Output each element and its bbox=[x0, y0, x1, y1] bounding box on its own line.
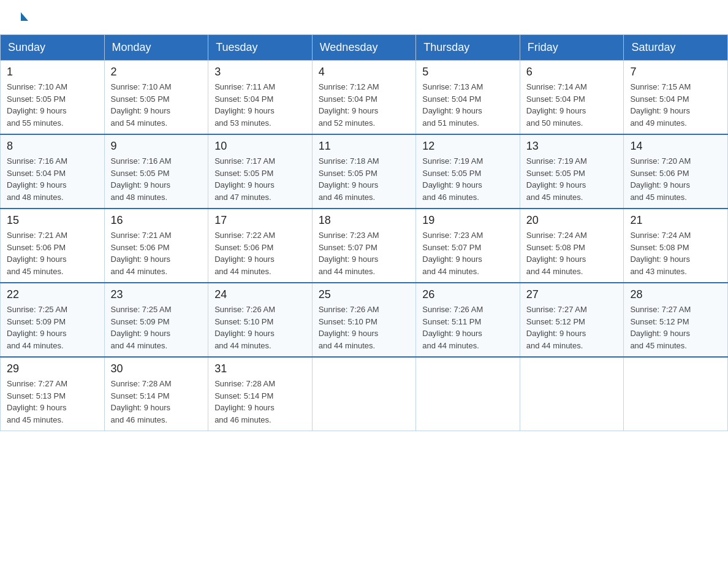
day-info: Sunrise: 7:18 AM Sunset: 5:05 PM Dayligh… bbox=[319, 155, 410, 203]
calendar-cell: 1 Sunrise: 7:10 AM Sunset: 5:05 PM Dayli… bbox=[1, 61, 105, 135]
day-number: 14 bbox=[630, 140, 721, 153]
day-number: 24 bbox=[214, 288, 306, 301]
calendar-cell: 24 Sunrise: 7:26 AM Sunset: 5:10 PM Dayl… bbox=[208, 283, 313, 357]
day-info: Sunrise: 7:22 AM Sunset: 5:06 PM Dayligh… bbox=[214, 229, 306, 277]
calendar-cell: 17 Sunrise: 7:22 AM Sunset: 5:06 PM Dayl… bbox=[208, 209, 313, 283]
day-number: 5 bbox=[422, 66, 514, 79]
day-number: 28 bbox=[630, 288, 721, 301]
day-number: 6 bbox=[526, 66, 618, 79]
day-number: 10 bbox=[214, 140, 306, 153]
column-header-thursday: Thursday bbox=[416, 35, 520, 61]
day-number: 30 bbox=[111, 362, 202, 375]
column-header-wednesday: Wednesday bbox=[312, 35, 416, 61]
logo-triangle-icon bbox=[21, 12, 28, 21]
day-info: Sunrise: 7:24 AM Sunset: 5:08 PM Dayligh… bbox=[526, 229, 618, 277]
day-number: 22 bbox=[7, 288, 98, 301]
calendar-cell: 22 Sunrise: 7:25 AM Sunset: 5:09 PM Dayl… bbox=[1, 283, 105, 357]
day-number: 19 bbox=[422, 214, 514, 227]
calendar-cell: 12 Sunrise: 7:19 AM Sunset: 5:05 PM Dayl… bbox=[416, 134, 520, 209]
calendar-cell: 8 Sunrise: 7:16 AM Sunset: 5:04 PM Dayli… bbox=[1, 134, 105, 209]
day-number: 9 bbox=[111, 140, 202, 153]
column-header-saturday: Saturday bbox=[624, 35, 728, 61]
day-number: 11 bbox=[319, 140, 410, 153]
day-info: Sunrise: 7:23 AM Sunset: 5:07 PM Dayligh… bbox=[422, 229, 514, 277]
calendar-cell: 2 Sunrise: 7:10 AM Sunset: 5:05 PM Dayli… bbox=[104, 61, 208, 135]
logo bbox=[18, 12, 28, 22]
day-number: 15 bbox=[7, 214, 98, 227]
calendar-cell: 10 Sunrise: 7:17 AM Sunset: 5:05 PM Dayl… bbox=[208, 134, 313, 209]
day-info: Sunrise: 7:28 AM Sunset: 5:14 PM Dayligh… bbox=[111, 378, 202, 426]
day-number: 13 bbox=[526, 140, 618, 153]
day-info: Sunrise: 7:21 AM Sunset: 5:06 PM Dayligh… bbox=[111, 229, 202, 277]
day-info: Sunrise: 7:16 AM Sunset: 5:04 PM Dayligh… bbox=[7, 155, 98, 203]
calendar-cell bbox=[624, 357, 728, 431]
page-header bbox=[0, 0, 728, 28]
day-info: Sunrise: 7:25 AM Sunset: 5:09 PM Dayligh… bbox=[7, 304, 98, 351]
calendar-cell: 9 Sunrise: 7:16 AM Sunset: 5:05 PM Dayli… bbox=[104, 134, 208, 209]
day-info: Sunrise: 7:25 AM Sunset: 5:09 PM Dayligh… bbox=[111, 304, 202, 351]
day-info: Sunrise: 7:15 AM Sunset: 5:04 PM Dayligh… bbox=[630, 81, 721, 129]
day-info: Sunrise: 7:10 AM Sunset: 5:05 PM Dayligh… bbox=[111, 81, 202, 129]
day-info: Sunrise: 7:16 AM Sunset: 5:05 PM Dayligh… bbox=[111, 155, 202, 203]
day-info: Sunrise: 7:23 AM Sunset: 5:07 PM Dayligh… bbox=[319, 229, 410, 277]
day-info: Sunrise: 7:19 AM Sunset: 5:05 PM Dayligh… bbox=[422, 155, 514, 203]
day-number: 29 bbox=[7, 362, 98, 375]
calendar-cell bbox=[416, 357, 520, 431]
calendar-cell: 25 Sunrise: 7:26 AM Sunset: 5:10 PM Dayl… bbox=[312, 283, 416, 357]
day-info: Sunrise: 7:24 AM Sunset: 5:08 PM Dayligh… bbox=[630, 229, 721, 277]
calendar-cell: 29 Sunrise: 7:27 AM Sunset: 5:13 PM Dayl… bbox=[1, 357, 105, 431]
day-number: 16 bbox=[111, 214, 202, 227]
calendar-cell: 31 Sunrise: 7:28 AM Sunset: 5:14 PM Dayl… bbox=[208, 357, 313, 431]
day-info: Sunrise: 7:10 AM Sunset: 5:05 PM Dayligh… bbox=[7, 81, 98, 129]
calendar-cell: 6 Sunrise: 7:14 AM Sunset: 5:04 PM Dayli… bbox=[520, 61, 624, 135]
column-header-tuesday: Tuesday bbox=[208, 35, 313, 61]
calendar-cell: 23 Sunrise: 7:25 AM Sunset: 5:09 PM Dayl… bbox=[104, 283, 208, 357]
calendar-week-2: 8 Sunrise: 7:16 AM Sunset: 5:04 PM Dayli… bbox=[1, 134, 728, 209]
calendar-week-3: 15 Sunrise: 7:21 AM Sunset: 5:06 PM Dayl… bbox=[1, 209, 728, 283]
calendar-week-1: 1 Sunrise: 7:10 AM Sunset: 5:05 PM Dayli… bbox=[1, 61, 728, 135]
day-info: Sunrise: 7:21 AM Sunset: 5:06 PM Dayligh… bbox=[7, 229, 98, 277]
calendar-cell: 21 Sunrise: 7:24 AM Sunset: 5:08 PM Dayl… bbox=[624, 209, 728, 283]
day-number: 21 bbox=[630, 214, 721, 227]
day-number: 12 bbox=[422, 140, 514, 153]
day-number: 4 bbox=[319, 66, 410, 79]
calendar-cell: 20 Sunrise: 7:24 AM Sunset: 5:08 PM Dayl… bbox=[520, 209, 624, 283]
calendar-week-4: 22 Sunrise: 7:25 AM Sunset: 5:09 PM Dayl… bbox=[1, 283, 728, 357]
day-number: 1 bbox=[7, 66, 98, 79]
day-number: 23 bbox=[111, 288, 202, 301]
day-number: 7 bbox=[630, 66, 721, 79]
calendar-cell: 26 Sunrise: 7:26 AM Sunset: 5:11 PM Dayl… bbox=[416, 283, 520, 357]
calendar-cell: 30 Sunrise: 7:28 AM Sunset: 5:14 PM Dayl… bbox=[104, 357, 208, 431]
calendar-cell: 3 Sunrise: 7:11 AM Sunset: 5:04 PM Dayli… bbox=[208, 61, 313, 135]
calendar-cell: 16 Sunrise: 7:21 AM Sunset: 5:06 PM Dayl… bbox=[104, 209, 208, 283]
calendar-cell: 13 Sunrise: 7:19 AM Sunset: 5:05 PM Dayl… bbox=[520, 134, 624, 209]
calendar-cell bbox=[312, 357, 416, 431]
calendar-cell: 27 Sunrise: 7:27 AM Sunset: 5:12 PM Dayl… bbox=[520, 283, 624, 357]
day-number: 26 bbox=[422, 288, 514, 301]
day-info: Sunrise: 7:11 AM Sunset: 5:04 PM Dayligh… bbox=[214, 81, 306, 129]
day-info: Sunrise: 7:26 AM Sunset: 5:10 PM Dayligh… bbox=[214, 304, 306, 351]
day-number: 25 bbox=[319, 288, 410, 301]
calendar-header-row: SundayMondayTuesdayWednesdayThursdayFrid… bbox=[1, 35, 728, 61]
day-number: 18 bbox=[319, 214, 410, 227]
calendar-cell: 19 Sunrise: 7:23 AM Sunset: 5:07 PM Dayl… bbox=[416, 209, 520, 283]
day-info: Sunrise: 7:14 AM Sunset: 5:04 PM Dayligh… bbox=[526, 81, 618, 129]
column-header-monday: Monday bbox=[104, 35, 208, 61]
day-number: 20 bbox=[526, 214, 618, 227]
calendar-cell: 15 Sunrise: 7:21 AM Sunset: 5:06 PM Dayl… bbox=[1, 209, 105, 283]
calendar-week-5: 29 Sunrise: 7:27 AM Sunset: 5:13 PM Dayl… bbox=[1, 357, 728, 431]
calendar-table: SundayMondayTuesdayWednesdayThursdayFrid… bbox=[0, 34, 728, 431]
calendar-cell bbox=[520, 357, 624, 431]
day-info: Sunrise: 7:13 AM Sunset: 5:04 PM Dayligh… bbox=[422, 81, 514, 129]
day-info: Sunrise: 7:27 AM Sunset: 5:12 PM Dayligh… bbox=[526, 304, 618, 351]
day-number: 3 bbox=[214, 66, 306, 79]
day-info: Sunrise: 7:27 AM Sunset: 5:13 PM Dayligh… bbox=[7, 378, 98, 426]
calendar-cell: 11 Sunrise: 7:18 AM Sunset: 5:05 PM Dayl… bbox=[312, 134, 416, 209]
column-header-friday: Friday bbox=[520, 35, 624, 61]
day-info: Sunrise: 7:17 AM Sunset: 5:05 PM Dayligh… bbox=[214, 155, 306, 203]
day-info: Sunrise: 7:26 AM Sunset: 5:10 PM Dayligh… bbox=[319, 304, 410, 351]
calendar-cell: 18 Sunrise: 7:23 AM Sunset: 5:07 PM Dayl… bbox=[312, 209, 416, 283]
day-number: 2 bbox=[111, 66, 202, 79]
day-number: 8 bbox=[7, 140, 98, 153]
calendar-cell: 7 Sunrise: 7:15 AM Sunset: 5:04 PM Dayli… bbox=[624, 61, 728, 135]
